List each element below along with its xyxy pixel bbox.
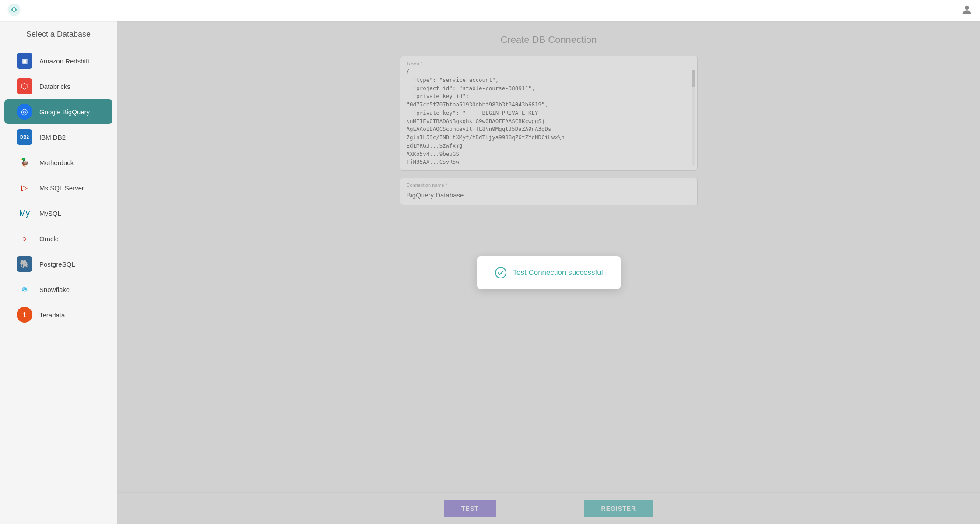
- teradata-icon: t: [17, 307, 32, 323]
- svg-point-3: [495, 267, 506, 278]
- mysql-icon: My: [17, 205, 32, 221]
- databricks-icon: ⬡: [17, 78, 32, 94]
- amazon-redshift-icon: ▣: [17, 53, 32, 69]
- app-logo: [7, 3, 21, 18]
- google-bigquery-icon: ◎: [17, 104, 32, 120]
- sidebar-item-ibm-db2[interactable]: DB2IBM DB2: [4, 125, 112, 149]
- snowflake-icon: ❄: [17, 281, 32, 297]
- sidebar-item-label-ms-sql-server: Ms SQL Server: [39, 184, 84, 192]
- sidebar-item-label-amazon-redshift: Amazon Redshift: [39, 57, 89, 65]
- sidebar-item-label-databricks: Databricks: [39, 83, 70, 90]
- sidebar-item-databricks[interactable]: ⬡Databricks: [4, 74, 112, 98]
- postgresql-icon: 🐘: [17, 256, 32, 272]
- success-toast: Test Connection successful: [477, 256, 621, 289]
- user-account-icon[interactable]: [961, 4, 973, 18]
- sidebar-item-ms-sql-server[interactable]: ▷Ms SQL Server: [4, 176, 112, 200]
- sidebar-item-label-motherduck: Motherduck: [39, 159, 74, 166]
- oracle-icon: ○: [17, 231, 32, 246]
- svg-point-2: [965, 6, 969, 10]
- sidebar-item-label-snowflake: Snowflake: [39, 286, 70, 293]
- sidebar-item-motherduck[interactable]: 🦆Motherduck: [4, 150, 112, 175]
- motherduck-icon: 🦆: [17, 155, 32, 170]
- sidebar-item-label-mysql: MySQL: [39, 210, 61, 217]
- svg-point-1: [13, 8, 15, 11]
- sidebar-item-label-google-bigquery: Google BigQuery: [39, 108, 90, 116]
- sidebar-item-oracle[interactable]: ○Oracle: [4, 226, 112, 251]
- sidebar-item-teradata[interactable]: tTeradata: [4, 302, 112, 327]
- toast-message: Test Connection successful: [513, 268, 603, 277]
- sidebar-item-label-oracle: Oracle: [39, 235, 59, 243]
- sidebar-item-label-ibm-db2: IBM DB2: [39, 134, 66, 141]
- ms-sql-server-icon: ▷: [17, 180, 32, 196]
- sidebar-item-amazon-redshift[interactable]: ▣Amazon Redshift: [4, 49, 112, 73]
- sidebar-item-label-teradata: Teradata: [39, 311, 65, 319]
- sidebar-title: Select a Database: [0, 30, 117, 39]
- sidebar-item-mysql[interactable]: MyMySQL: [4, 201, 112, 225]
- header: [0, 0, 980, 21]
- sidebar-item-snowflake[interactable]: ❄Snowflake: [4, 277, 112, 302]
- sidebar-item-google-bigquery[interactable]: ◎Google BigQuery: [4, 99, 112, 124]
- sidebar-item-postgresql[interactable]: 🐘PostgreSQL: [4, 252, 112, 276]
- content-area: Create DB Connection Token * { "type": "…: [117, 21, 980, 524]
- sidebar: Select a Database ▣Amazon Redshift⬡Datab…: [0, 21, 117, 524]
- success-check-icon: [495, 267, 507, 279]
- success-overlay: Test Connection successful: [117, 21, 980, 524]
- sidebar-item-label-postgresql: PostgreSQL: [39, 260, 75, 268]
- main-layout: Select a Database ▣Amazon Redshift⬡Datab…: [0, 21, 980, 524]
- ibm-db2-icon: DB2: [17, 129, 32, 145]
